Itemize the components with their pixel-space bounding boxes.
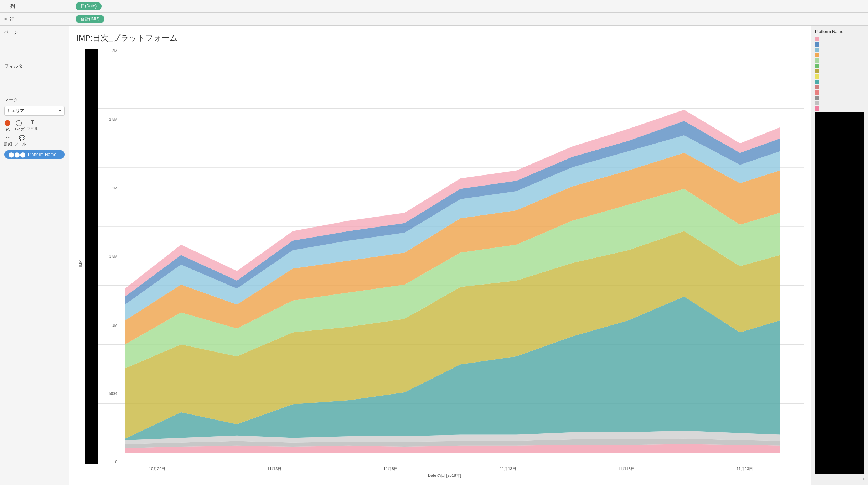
rows-label: ≡ 行 — [0, 14, 71, 25]
list-item — [815, 42, 864, 47]
marks-dropdown[interactable]: ⌇ エリア ▼ — [4, 106, 65, 116]
size-label: サイズ — [13, 127, 25, 132]
list-item — [815, 48, 864, 52]
filter-section-title: フィルター — [4, 63, 65, 69]
marks-title: マーク — [4, 97, 65, 103]
list-item — [815, 85, 864, 89]
page-section-content — [4, 38, 65, 56]
list-item — [815, 90, 864, 95]
chart-container: IMP — [77, 49, 804, 478]
marks-section: マーク ⌇ エリア ▼ ⬤ 色 ◯ サイズ T ラベル — [0, 93, 69, 485]
area-chart-icon: ⌇ — [7, 109, 9, 113]
legend-color-13 — [815, 106, 819, 111]
list-item — [815, 69, 864, 73]
toolbar-columns-row: ||| 列 日(Date) — [0, 0, 868, 13]
page-section-title: ページ — [4, 29, 65, 36]
columns-label: ||| 列 — [0, 1, 71, 12]
list-item — [815, 106, 864, 111]
size-icon: ◯ — [16, 119, 22, 126]
legend-color-10 — [815, 90, 819, 95]
filter-section-content — [4, 72, 65, 89]
toolbar-rows-row: ≡ 行 合計(IMP) — [0, 13, 868, 26]
label-control[interactable]: T ラベル — [27, 119, 38, 132]
tooltip-label: ツール... — [14, 141, 29, 147]
list-item — [815, 58, 864, 63]
list-item — [815, 53, 864, 57]
detail-label: 詳細 — [4, 141, 12, 147]
detail-icon: ⋯ — [6, 135, 11, 141]
columns-icon: ||| — [4, 4, 7, 9]
legend-color-9 — [815, 85, 819, 89]
x-tick-4: 11月18日 — [618, 466, 634, 471]
legend-color-0 — [815, 37, 819, 41]
x-axis-label: Date の日 [2018年] — [85, 473, 804, 478]
x-tick-1: 11月3日 — [267, 466, 281, 471]
marks-controls-row2: ⋯ 詳細 💬 ツール... — [4, 135, 65, 147]
legend-redacted — [815, 112, 864, 474]
imp-pill[interactable]: 合計(IMP) — [76, 15, 104, 23]
columns-text: 列 — [10, 3, 15, 10]
date-pill[interactable]: 日(Date) — [76, 2, 102, 10]
legend-color-12 — [815, 101, 819, 105]
size-control[interactable]: ◯ サイズ — [13, 119, 25, 132]
legend-color-8 — [815, 80, 819, 84]
color-label: 色 — [6, 127, 10, 132]
legend-color-3 — [815, 53, 819, 57]
legend-color-2 — [815, 48, 819, 52]
x-tick-0: 10月29日 — [149, 466, 165, 471]
y-axis-label: IMP — [77, 49, 84, 478]
chart-title: IMP:日次_プラットフォーム — [77, 33, 804, 43]
legend-chevron-icon[interactable]: › — [815, 476, 864, 481]
color-icon: ⬤ — [4, 119, 11, 126]
platform-dots-icon: ⬤⬤⬤ — [9, 152, 26, 157]
tooltip-icon: 💬 — [19, 135, 25, 141]
platform-name-pill[interactable]: ⬤⬤⬤ Platform Name — [4, 150, 65, 159]
list-item — [815, 37, 864, 41]
list-item — [815, 101, 864, 105]
legend-color-1 — [815, 42, 819, 47]
legend-color-6 — [815, 69, 819, 73]
legend-color-4 — [815, 58, 819, 63]
list-item — [815, 64, 864, 68]
marks-dropdown-label: エリア — [11, 108, 24, 114]
label-label: ラベル — [27, 126, 38, 131]
legend-panel: Platform Name — [811, 26, 868, 485]
main-layout: ページ フィルター マーク ⌇ エリア ▼ ⬤ 色 ◯ サイズ — [0, 26, 868, 485]
black-bar-left — [85, 49, 98, 464]
platform-name-label: Platform Name — [28, 152, 56, 157]
list-item — [815, 80, 864, 84]
detail-control[interactable]: ⋯ 詳細 — [4, 135, 12, 147]
chart-area: IMP:日次_プラットフォーム IMP — [69, 26, 811, 485]
list-item — [815, 96, 864, 100]
legend-color-7 — [815, 74, 819, 79]
rows-text: 行 — [10, 16, 14, 22]
dropdown-arrow-icon: ▼ — [58, 109, 62, 113]
color-control[interactable]: ⬤ 色 — [4, 119, 11, 132]
list-item — [815, 74, 864, 79]
legend-color-5 — [815, 64, 819, 68]
sidebar: ページ フィルター マーク ⌇ エリア ▼ ⬤ 色 ◯ サイズ — [0, 26, 69, 485]
legend-title: Platform Name — [815, 29, 864, 34]
legend-color-11 — [815, 96, 819, 100]
x-tick-3: 11月13日 — [500, 466, 516, 471]
x-axis: 10月29日 11月3日 11月8日 11月13日 11月18日 11月23日 — [85, 464, 804, 471]
x-tick-2: 11月8日 — [383, 466, 398, 471]
rows-icon: ≡ — [4, 17, 7, 22]
x-tick-5: 11月23日 — [737, 466, 753, 471]
marks-controls-row1: ⬤ 色 ◯ サイズ T ラベル — [4, 119, 65, 132]
chart-svg — [85, 49, 804, 464]
page-section: ページ — [0, 26, 69, 59]
label-icon: T — [31, 119, 34, 125]
legend-items — [815, 37, 864, 111]
tooltip-control[interactable]: 💬 ツール... — [14, 135, 29, 147]
filter-section: フィルター — [0, 59, 69, 93]
